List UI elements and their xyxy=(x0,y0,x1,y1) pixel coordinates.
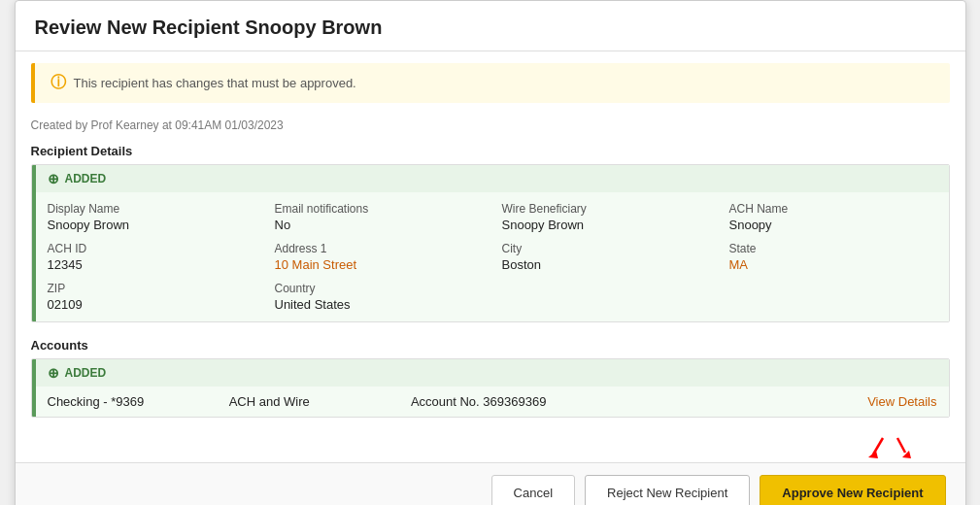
field-ach-id: ACH ID 12345 xyxy=(48,242,255,272)
accounts-added-label: ADDED xyxy=(65,366,107,380)
field-value-display-name: Snoopy Brown xyxy=(48,218,255,232)
account-row: Checking - *9369 ACH and Wire Account No… xyxy=(32,387,949,417)
field-value-ach-id: 12345 xyxy=(48,257,255,272)
field-value-ach-name: Snoopy xyxy=(729,218,937,232)
info-icon: ⓘ xyxy=(51,73,66,93)
field-label-wire-beneficiary: Wire Beneficiary xyxy=(502,202,710,216)
arrows-svg xyxy=(868,433,927,462)
review-recipient-modal: Review New Recipient Snoopy Brown ⓘ This… xyxy=(15,0,966,505)
accounts-added-header: ⊕ ADDED xyxy=(32,359,949,387)
field-value-country: United States xyxy=(275,297,483,312)
account-number: Account No. 369369369 xyxy=(411,394,755,409)
alert-banner: ⓘ This recipient has changes that must b… xyxy=(31,63,950,103)
fields-grid: Display Name Snoopy Brown Email notifica… xyxy=(32,192,949,321)
field-address1: Address 1 10 Main Street xyxy=(275,242,483,272)
field-label-city: City xyxy=(502,242,710,255)
field-value-wire-beneficiary: Snoopy Brown xyxy=(502,218,710,232)
arrows-indicator xyxy=(16,427,965,462)
accounts-plus-icon: ⊕ xyxy=(48,365,59,381)
field-city: City Boston xyxy=(502,242,710,272)
svg-marker-1 xyxy=(868,451,878,458)
modal-footer: Cancel Reject New Recipient Approve New … xyxy=(16,462,965,505)
field-value-address1: 10 Main Street xyxy=(275,257,483,272)
modal-header: Review New Recipient Snoopy Brown xyxy=(16,1,965,51)
field-label-state: State xyxy=(729,242,937,255)
field-country: Country United States xyxy=(275,282,483,312)
field-email-notifications: Email notifications No xyxy=(275,202,483,232)
plus-icon: ⊕ xyxy=(48,171,59,186)
field-label-ach-name: ACH Name xyxy=(729,202,937,216)
account-type: ACH and Wire xyxy=(229,394,401,409)
field-label-display-name: Display Name xyxy=(48,202,255,216)
field-label-zip: ZIP xyxy=(48,282,255,295)
added-header: ⊕ ADDED xyxy=(32,165,949,192)
modal-body: ⓘ This recipient has changes that must b… xyxy=(16,63,965,462)
modal-title: Review New Recipient Snoopy Brown xyxy=(35,17,946,39)
created-by-text: Created by Prof Kearney at 09:41AM 01/03… xyxy=(16,115,965,138)
field-label-email-notifications: Email notifications xyxy=(275,202,483,216)
recipient-details-table: ⊕ ADDED Display Name Snoopy Brown Email … xyxy=(31,164,950,322)
field-display-name: Display Name Snoopy Brown xyxy=(48,202,255,232)
field-wire-beneficiary: Wire Beneficiary Snoopy Brown xyxy=(502,202,710,232)
field-empty-1 xyxy=(502,282,710,312)
field-value-zip: 02109 xyxy=(48,297,255,312)
svg-line-2 xyxy=(897,438,905,453)
accounts-section: ⊕ ADDED Checking - *9369 ACH and Wire Ac… xyxy=(31,358,950,418)
accounts-section-label: Accounts xyxy=(16,332,965,358)
cancel-button[interactable]: Cancel xyxy=(491,475,575,505)
approve-button[interactable]: Approve New Recipient xyxy=(760,475,945,505)
field-zip: ZIP 02109 xyxy=(48,282,255,312)
field-ach-name: ACH Name Snoopy xyxy=(729,202,937,232)
field-state: State MA xyxy=(729,242,937,272)
field-label-ach-id: ACH ID xyxy=(48,242,255,255)
field-value-city: Boston xyxy=(502,257,710,272)
field-value-state: MA xyxy=(729,257,937,272)
field-label-country: Country xyxy=(275,282,483,295)
account-name: Checking - *9369 xyxy=(48,394,220,409)
recipient-section-label: Recipient Details xyxy=(16,138,965,164)
field-empty-2 xyxy=(729,282,937,312)
added-label: ADDED xyxy=(65,172,107,185)
field-label-address1: Address 1 xyxy=(275,242,483,255)
view-details-link[interactable]: View Details xyxy=(764,394,936,409)
field-value-email-notifications: No xyxy=(275,218,483,232)
alert-text: This recipient has changes that must be … xyxy=(74,76,356,90)
reject-button[interactable]: Reject New Recipient xyxy=(585,475,750,505)
